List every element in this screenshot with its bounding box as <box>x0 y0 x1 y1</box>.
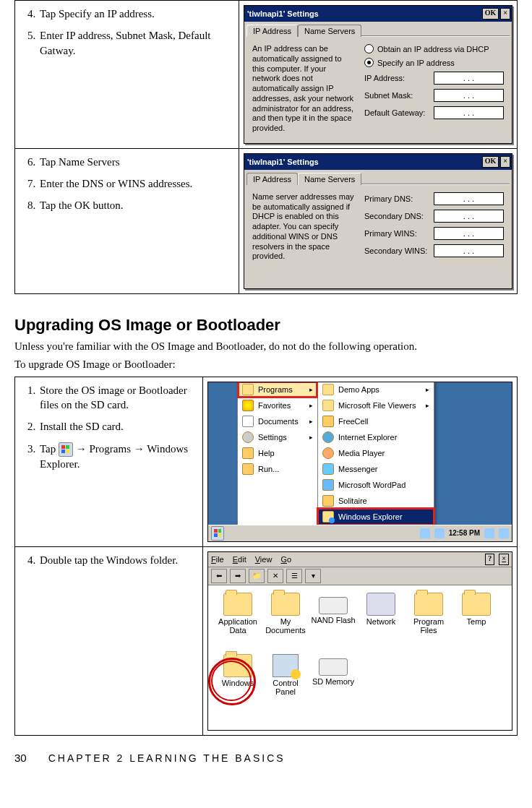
menu-settings[interactable]: Settings▸ <box>238 429 317 445</box>
menu-help[interactable]: Help <box>238 445 317 461</box>
menu-go[interactable]: Go <box>280 555 291 564</box>
folder-icon <box>322 384 334 395</box>
close-button[interactable]: × <box>500 8 510 20</box>
submenu-wordpad[interactable]: Microsoft WordPad <box>318 477 434 493</box>
submenu-freecell[interactable]: FreeCell <box>318 413 434 429</box>
view-button[interactable]: ▾ <box>305 569 321 583</box>
submenu-demoapps[interactable]: Demo Apps▸ <box>318 382 434 397</box>
wince-desktop: Programs▸ Favorites▸ Documents▸ Settings… <box>207 382 512 542</box>
tab-ip-address[interactable]: IP Address <box>246 25 298 37</box>
settings-icon <box>242 431 254 443</box>
properties-button[interactable]: ☰ <box>286 569 302 583</box>
input-subnet[interactable]: . . . <box>434 89 504 102</box>
radio-icon <box>364 44 374 53</box>
radio-specify[interactable]: Specify an IP address <box>364 58 504 67</box>
page: Tap Specify an IP address. Enter IP addr… <box>0 0 532 764</box>
submenu-fileviewers[interactable]: Microsoft File Viewers▸ <box>318 397 434 413</box>
back-button[interactable]: ⬅ <box>211 569 227 583</box>
section-heading: Upgrading OS Image or Bootloader <box>14 316 518 335</box>
start-menu: Programs▸ Favorites▸ Documents▸ Settings… <box>237 382 434 525</box>
tray-icon[interactable] <box>420 528 430 538</box>
ok-button[interactable]: OK <box>482 8 499 20</box>
menu-documents[interactable]: Documents▸ <box>238 413 317 429</box>
ie-icon <box>322 431 334 443</box>
step-8: Tap the OK button. <box>38 198 231 212</box>
tab-panel: An IP address can be automatically assig… <box>246 36 510 141</box>
solitaire-icon <box>322 495 334 507</box>
folder-network[interactable]: Network <box>357 593 405 648</box>
up-button[interactable]: 📁 <box>249 569 265 583</box>
step-4: Tap Specify an IP address. <box>38 7 231 21</box>
tab-name-servers[interactable]: Name Servers <box>298 173 361 185</box>
step-4b: Double tap the Windows folder. <box>38 553 195 567</box>
radio-dhcp[interactable]: Obtain an IP address via DHCP <box>364 44 504 53</box>
programs-icon <box>242 384 254 395</box>
tabs: IP Address Name Servers <box>244 170 512 184</box>
input-ip[interactable]: . . . <box>434 72 504 85</box>
folder-mydocs[interactable]: My Documents <box>262 593 309 648</box>
label-subnet: Subnet Mask: <box>364 91 429 100</box>
input-pdns[interactable]: . . . <box>434 192 504 205</box>
tray-icon[interactable] <box>484 528 494 538</box>
steps-cell-3: Store the OS image or Bootloader files o… <box>15 377 203 546</box>
menu-edit[interactable]: Edit <box>233 555 246 564</box>
dialog-titlebar: 'tiwlnapi1' Settings OK × <box>244 6 512 22</box>
step-3: Tap → Programs → Windows Explorer. <box>38 442 195 472</box>
help-button[interactable]: ? <box>485 554 494 565</box>
submenu-messenger[interactable]: Messenger <box>318 461 434 477</box>
tray-icon[interactable] <box>434 528 445 538</box>
submenu-explorer[interactable]: Windows Explorer <box>318 509 434 525</box>
tab-ip-address[interactable]: IP Address <box>246 173 298 185</box>
menu-programs[interactable]: Programs▸ <box>238 382 317 397</box>
taskbar: 12:58 PM <box>208 525 512 541</box>
input-pwins[interactable]: . . . <box>434 227 504 240</box>
panel-description: Name server addresses may be automatical… <box>252 192 356 279</box>
menu-file[interactable]: File <box>211 555 224 564</box>
start-icon <box>59 442 73 457</box>
explorer-body: Application Data My Documents NAND Flash… <box>208 585 512 730</box>
tab-name-servers[interactable]: Name Servers <box>298 25 361 37</box>
input-swins[interactable]: . . . <box>434 244 504 257</box>
screenshot-cell-2: 'tiwlnapi1' Settings OK × IP Address Nam… <box>239 148 518 293</box>
folder-temp[interactable]: Temp <box>452 593 500 648</box>
input-sdns[interactable]: . . . <box>434 210 504 223</box>
disk-icon <box>319 658 348 676</box>
help-icon <box>242 447 254 459</box>
folder-nand[interactable]: NAND Flash <box>309 593 357 648</box>
folder-progfiles[interactable]: Program Files <box>405 593 452 648</box>
menu-view[interactable]: View <box>255 555 273 564</box>
ok-button[interactable]: OK <box>482 156 499 168</box>
tab-panel: Name server addresses may be automatical… <box>246 184 510 286</box>
menu-run[interactable]: Run... <box>238 461 317 477</box>
folder-icon <box>462 593 491 616</box>
instruction-table-1: Tap Specify an IP address. Enter IP addr… <box>14 0 518 294</box>
folder-windows[interactable]: Windows <box>214 654 262 710</box>
forward-button[interactable]: ➡ <box>230 569 246 583</box>
label-pwins: Primary WINS: <box>364 229 429 238</box>
submenu-solitaire[interactable]: Solitaire <box>318 493 434 509</box>
submenu-mediaplayer[interactable]: Media Player <box>318 445 434 461</box>
menu-favorites[interactable]: Favorites▸ <box>238 397 317 413</box>
steps-cell-1: Tap Specify an IP address. Enter IP addr… <box>15 1 239 149</box>
start-icon <box>211 526 224 541</box>
start-menu-col1: Programs▸ Favorites▸ Documents▸ Settings… <box>237 382 318 525</box>
close-button[interactable]: × <box>499 554 509 565</box>
folder-controlpanel[interactable]: Control Panel <box>262 654 309 710</box>
close-button[interactable]: × <box>500 156 510 168</box>
ns-settings-dialog: 'tiwlnapi1' Settings OK × IP Address Nam… <box>244 153 512 289</box>
input-gateway[interactable]: . . . <box>434 106 504 119</box>
tray-icon[interactable] <box>499 528 509 538</box>
delete-button[interactable]: ✕ <box>267 569 283 583</box>
folder-sdmemory[interactable]: SD Memory <box>309 654 357 710</box>
screenshot-cell-3: Programs▸ Favorites▸ Documents▸ Settings… <box>203 377 518 546</box>
wordpad-icon <box>322 479 334 491</box>
controlpanel-icon <box>273 654 299 677</box>
panel-description: An IP address can be automatically assig… <box>252 44 356 134</box>
screenshot-cell-1: 'tiwlnapi1' Settings OK × IP Address Nam… <box>239 1 518 149</box>
folder-appdata[interactable]: Application Data <box>214 593 262 648</box>
folder-icon <box>414 593 443 616</box>
submenu-ie[interactable]: Internet Explorer <box>318 429 434 445</box>
label-sdns: Secondary DNS: <box>364 212 429 220</box>
start-button[interactable] <box>211 528 224 539</box>
step-2: Install the SD card. <box>38 419 195 434</box>
